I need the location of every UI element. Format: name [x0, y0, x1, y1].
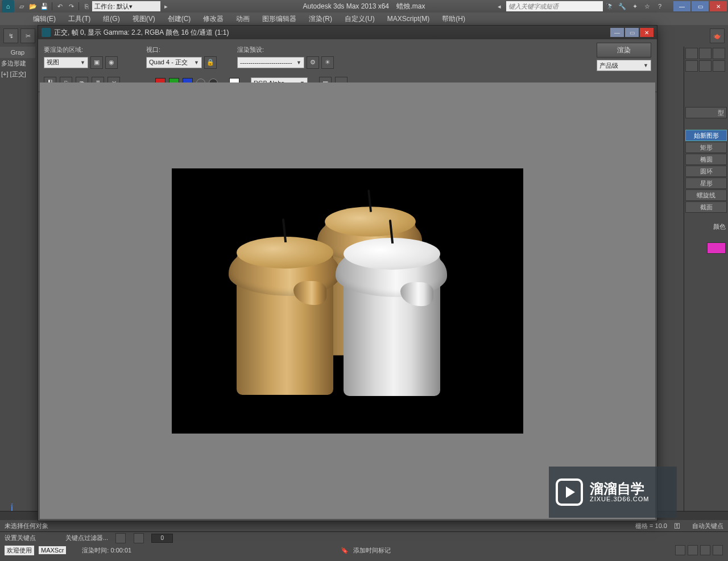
menu-create[interactable]: 创建(C) [163, 13, 196, 25]
shape-rectangle[interactable]: 矩形 [685, 142, 727, 153]
keyfilter-button[interactable]: 关键点过滤器... [65, 534, 108, 542]
tag-icon[interactable]: 🔖 [341, 547, 349, 554]
app-title: Autodesk 3ds Max 2013 x64 蜡烛.max [303, 2, 425, 11]
render-window-minimize-button[interactable]: — [610, 28, 624, 37]
menu-edit[interactable]: 编辑(E) [28, 13, 60, 25]
shape-section[interactable]: 截面 [685, 201, 727, 213]
left-panel-mode[interactable]: 多边形建 [0, 58, 35, 69]
color-label: 颜色 [684, 222, 728, 231]
lock-icon[interactable]: 🔒 [204, 56, 217, 69]
object-type-list: 型 始新图形 矩形 椭圆 圆环 星形 螺旋线 截面 颜色 [684, 107, 728, 254]
shape-donut[interactable]: 圆环 [685, 166, 727, 177]
redo-icon[interactable]: ↷ [66, 1, 76, 11]
main-menu: 编辑(E) 工具(T) 组(G) 视图(V) 创建(C) 修改器 动画 图形编辑… [0, 13, 728, 25]
search-input[interactable] [506, 1, 603, 11]
workspace-next-icon[interactable]: ▸ [161, 1, 171, 11]
preset-label: 渲染预设: [237, 46, 345, 54]
display-tab-icon[interactable] [699, 60, 712, 72]
motion-tab-icon[interactable] [685, 60, 698, 72]
frame-spinner[interactable]: 0 [151, 534, 173, 543]
watermark-url: ZIXUE.3D66.COM [590, 496, 649, 502]
window-minimize-button[interactable]: — [673, 1, 690, 11]
help-icon[interactable]: ? [655, 1, 665, 11]
menu-tools[interactable]: 工具(T) [64, 13, 95, 25]
menu-customize[interactable]: 自定义(U) [340, 13, 379, 25]
binoculars-icon[interactable]: 🔭 [605, 1, 615, 11]
menu-modifiers[interactable]: 修改器 [198, 13, 228, 25]
modify-tab-icon[interactable] [699, 48, 712, 59]
utility-tab-icon[interactable] [713, 60, 725, 72]
workspace-dropdown[interactable]: 工作台: 默认 ▾ [92, 1, 160, 11]
grid-status: 栅格 = 10.0 [635, 522, 667, 530]
autokey-button[interactable]: 自动关键点 [692, 522, 723, 530]
open-icon[interactable]: 📂 [28, 1, 38, 11]
render-output-image [172, 168, 523, 434]
selection-status: 未选择任何对象 [5, 522, 48, 530]
watermark-brand: 溜溜自学 [590, 482, 649, 496]
wrench-icon[interactable]: 🔧 [617, 1, 627, 11]
app-logo[interactable]: ⌂ [2, 0, 14, 13]
preset-dropdown[interactable]: ------------------------- [237, 57, 304, 68]
link-icon[interactable]: ⎘ [81, 1, 92, 11]
shape-star[interactable]: 星形 [685, 178, 727, 189]
undo-icon[interactable]: ↶ [55, 1, 65, 11]
nav-zoom-icon[interactable] [688, 545, 698, 555]
viewport-dropdown[interactable]: Quad 4 - 正交 [146, 57, 202, 68]
search-prev-icon[interactable]: ◂ [494, 1, 504, 11]
status-bar: 欢迎使用 MAXScr 渲染时间: 0:00:01 🔖 添加时间标记 [0, 544, 728, 556]
menu-render[interactable]: 渲染(R) [304, 13, 337, 25]
unlink-icon[interactable]: ✂ [20, 28, 35, 43]
select-link-icon[interactable]: ↯ [3, 28, 18, 43]
maxscript-label[interactable]: MAXScr [39, 546, 66, 554]
viewport-label[interactable]: [+] [正交] [0, 69, 35, 80]
hierarchy-tab-icon[interactable] [713, 48, 725, 59]
menu-views[interactable]: 视图(V) [128, 13, 160, 25]
viewport-label: 视口: [146, 46, 231, 54]
play-start-icon[interactable] [115, 533, 126, 543]
shape-startnew[interactable]: 始新图形 [685, 130, 727, 141]
menu-help[interactable]: 帮助(H) [437, 13, 470, 25]
shape-helix[interactable]: 螺旋线 [685, 189, 727, 201]
status-row-lower: 设置关键点 关键点过滤器... 0 [0, 531, 728, 544]
menu-maxscript[interactable]: MAXScript(M) [383, 14, 435, 24]
teapot-render-icon[interactable]: 🫖 [710, 28, 725, 43]
watermark: 溜溜自学 ZIXUE.3D66.COM [549, 467, 677, 518]
status-row-upper: 未选择任何对象 栅格 = 10.0 ⚿ 自动关键点 [0, 520, 728, 531]
nav-pan-icon[interactable] [675, 545, 685, 555]
nav-max-icon[interactable] [713, 545, 723, 555]
menu-graph[interactable]: 图形编辑器 [258, 13, 301, 25]
region-auto-icon[interactable]: ◉ [105, 56, 118, 69]
render-window-close-button[interactable]: ✕ [640, 28, 653, 37]
candle-front-white [344, 254, 440, 396]
object-type-header: 型 [685, 107, 727, 118]
shape-ellipse[interactable]: 椭圆 [685, 154, 727, 165]
render-frame-window: 正交, 帧 0, 显示 Gamma: 2.2, RGBA 颜色 16 位/通道 … [38, 25, 657, 521]
menu-group[interactable]: 组(G) [98, 13, 124, 25]
save-icon[interactable]: 💾 [39, 1, 49, 11]
render-window-maximize-button[interactable]: ▭ [625, 28, 639, 37]
nav-orbit-icon[interactable] [700, 545, 710, 555]
region-edit-icon[interactable]: ▣ [90, 56, 103, 69]
play-prev-icon[interactable] [134, 533, 144, 543]
star-icon[interactable]: ✦ [630, 1, 640, 11]
render-window-title: 正交, 帧 0, 显示 Gamma: 2.2, RGBA 颜色 16 位/通道 … [54, 28, 229, 38]
add-time-tag-button[interactable]: 添加时间标记 [353, 546, 391, 555]
left-panel: Grap 多边形建 [+] [正交] z x [0, 47, 35, 531]
render-window-titlebar[interactable]: 正交, 帧 0, 显示 Gamma: 2.2, RGBA 颜色 16 位/通道 … [38, 26, 657, 39]
setkey-button[interactable]: 设置关键点 [5, 534, 36, 542]
quality-dropdown[interactable]: 产品级 [597, 60, 651, 71]
left-panel-header: Grap [0, 47, 35, 58]
window-close-button[interactable]: ✕ [710, 1, 727, 11]
command-panel: 型 始新图形 矩形 椭圆 圆环 星形 螺旋线 截面 颜色 [684, 47, 728, 531]
environment-icon[interactable]: ☀ [321, 56, 334, 69]
new-icon[interactable]: ▱ [16, 1, 27, 11]
object-color-swatch[interactable] [707, 242, 726, 254]
area-dropdown[interactable]: 视图 [44, 57, 88, 68]
key-icon[interactable]: ⚿ [674, 522, 685, 529]
render-setup-icon[interactable]: ⚙ [307, 56, 319, 69]
window-maximize-button[interactable]: ▭ [692, 1, 709, 11]
menu-animation[interactable]: 动画 [231, 13, 254, 25]
render-button[interactable]: 渲染 [597, 43, 651, 57]
favorite-icon[interactable]: ☆ [642, 1, 652, 11]
create-tab-icon[interactable] [685, 48, 698, 59]
